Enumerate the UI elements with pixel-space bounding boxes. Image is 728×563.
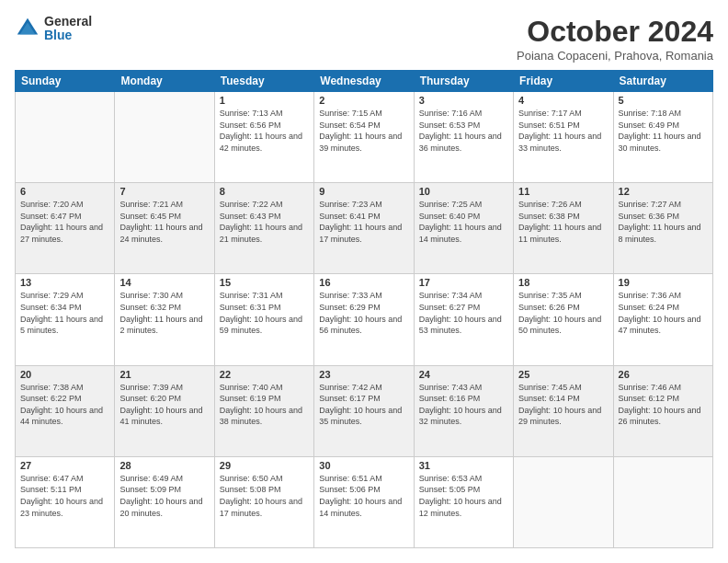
calendar-week-row: 27Sunrise: 6:47 AM Sunset: 5:11 PM Dayli… (16, 456, 713, 547)
day-number: 6 (20, 186, 109, 197)
day-number: 5 (619, 95, 708, 106)
logo-general-text: General (44, 15, 92, 29)
table-row: 11Sunrise: 7:26 AM Sunset: 6:38 PM Dayli… (514, 183, 613, 274)
day-number: 31 (419, 460, 508, 471)
table-row: 22Sunrise: 7:40 AM Sunset: 6:19 PM Dayli… (214, 365, 313, 456)
col-wednesday: Wednesday (314, 71, 414, 92)
day-info: Sunrise: 7:23 AM Sunset: 6:41 PM Dayligh… (319, 199, 408, 245)
month-title: October 2024 (517, 15, 713, 49)
day-info: Sunrise: 7:35 AM Sunset: 6:26 PM Dayligh… (518, 290, 608, 336)
table-row: 12Sunrise: 7:27 AM Sunset: 6:36 PM Dayli… (613, 183, 712, 274)
day-info: Sunrise: 7:46 AM Sunset: 6:12 PM Dayligh… (619, 382, 708, 428)
table-row: 4Sunrise: 7:17 AM Sunset: 6:51 PM Daylig… (514, 92, 613, 183)
table-row: 20Sunrise: 7:38 AM Sunset: 6:22 PM Dayli… (16, 365, 115, 456)
col-sunday: Sunday (16, 71, 115, 92)
day-info: Sunrise: 7:33 AM Sunset: 6:29 PM Dayligh… (319, 290, 408, 336)
day-number: 21 (119, 369, 209, 380)
day-info: Sunrise: 7:43 AM Sunset: 6:16 PM Dayligh… (419, 382, 508, 428)
table-row (16, 92, 115, 183)
table-row: 18Sunrise: 7:35 AM Sunset: 6:26 PM Dayli… (514, 274, 613, 365)
day-number: 22 (220, 369, 309, 380)
day-number: 13 (20, 277, 109, 288)
day-info: Sunrise: 7:17 AM Sunset: 6:51 PM Dayligh… (518, 108, 608, 154)
day-info: Sunrise: 7:31 AM Sunset: 6:31 PM Dayligh… (220, 290, 309, 336)
table-row: 5Sunrise: 7:18 AM Sunset: 6:49 PM Daylig… (613, 92, 712, 183)
day-info: Sunrise: 7:20 AM Sunset: 6:47 PM Dayligh… (20, 199, 109, 245)
table-row: 19Sunrise: 7:36 AM Sunset: 6:24 PM Dayli… (613, 274, 712, 365)
table-row: 30Sunrise: 6:51 AM Sunset: 5:06 PM Dayli… (314, 456, 414, 547)
table-row (613, 456, 712, 547)
col-monday: Monday (115, 71, 214, 92)
day-number: 17 (419, 277, 508, 288)
day-number: 9 (319, 186, 408, 197)
logo: General Blue (15, 15, 92, 43)
table-row: 14Sunrise: 7:30 AM Sunset: 6:32 PM Dayli… (115, 274, 214, 365)
header: General Blue October 2024 Poiana Copacen… (15, 15, 713, 63)
day-number: 23 (319, 369, 408, 380)
day-info: Sunrise: 7:29 AM Sunset: 6:34 PM Dayligh… (20, 290, 109, 336)
table-row: 17Sunrise: 7:34 AM Sunset: 6:27 PM Dayli… (414, 274, 513, 365)
day-info: Sunrise: 6:51 AM Sunset: 5:06 PM Dayligh… (319, 473, 408, 519)
day-number: 8 (220, 186, 309, 197)
title-area: October 2024 Poiana Copaceni, Prahova, R… (517, 15, 713, 63)
day-number: 12 (619, 186, 708, 197)
table-row: 13Sunrise: 7:29 AM Sunset: 6:34 PM Dayli… (16, 274, 115, 365)
col-thursday: Thursday (414, 71, 513, 92)
table-row: 23Sunrise: 7:42 AM Sunset: 6:17 PM Dayli… (314, 365, 414, 456)
day-info: Sunrise: 6:49 AM Sunset: 5:09 PM Dayligh… (119, 473, 209, 519)
col-friday: Friday (514, 71, 613, 92)
day-number: 10 (419, 186, 508, 197)
col-tuesday: Tuesday (214, 71, 313, 92)
day-info: Sunrise: 7:16 AM Sunset: 6:53 PM Dayligh… (419, 108, 508, 154)
day-info: Sunrise: 7:39 AM Sunset: 6:20 PM Dayligh… (119, 382, 209, 428)
day-number: 20 (20, 369, 109, 380)
table-row (514, 456, 613, 547)
table-row: 15Sunrise: 7:31 AM Sunset: 6:31 PM Dayli… (214, 274, 313, 365)
table-row: 6Sunrise: 7:20 AM Sunset: 6:47 PM Daylig… (16, 183, 115, 274)
day-info: Sunrise: 7:22 AM Sunset: 6:43 PM Dayligh… (220, 199, 309, 245)
table-row: 24Sunrise: 7:43 AM Sunset: 6:16 PM Dayli… (414, 365, 513, 456)
calendar-header-row: Sunday Monday Tuesday Wednesday Thursday… (16, 71, 713, 92)
location: Poiana Copaceni, Prahova, Romania (517, 49, 713, 63)
table-row: 25Sunrise: 7:45 AM Sunset: 6:14 PM Dayli… (514, 365, 613, 456)
day-info: Sunrise: 7:26 AM Sunset: 6:38 PM Dayligh… (518, 199, 608, 245)
day-number: 11 (518, 186, 608, 197)
table-row: 2Sunrise: 7:15 AM Sunset: 6:54 PM Daylig… (314, 92, 414, 183)
day-info: Sunrise: 7:34 AM Sunset: 6:27 PM Dayligh… (419, 290, 508, 336)
day-info: Sunrise: 7:40 AM Sunset: 6:19 PM Dayligh… (220, 382, 309, 428)
day-number: 15 (220, 277, 309, 288)
day-number: 29 (220, 460, 309, 471)
day-info: Sunrise: 6:53 AM Sunset: 5:05 PM Dayligh… (419, 473, 508, 519)
day-number: 25 (518, 369, 608, 380)
day-info: Sunrise: 7:42 AM Sunset: 6:17 PM Dayligh… (319, 382, 408, 428)
calendar-week-row: 6Sunrise: 7:20 AM Sunset: 6:47 PM Daylig… (16, 183, 713, 274)
table-row: 28Sunrise: 6:49 AM Sunset: 5:09 PM Dayli… (115, 456, 214, 547)
table-row: 7Sunrise: 7:21 AM Sunset: 6:45 PM Daylig… (115, 183, 214, 274)
table-row: 29Sunrise: 6:50 AM Sunset: 5:08 PM Dayli… (214, 456, 313, 547)
calendar-table: Sunday Monday Tuesday Wednesday Thursday… (15, 70, 713, 548)
day-number: 2 (319, 95, 408, 106)
table-row: 16Sunrise: 7:33 AM Sunset: 6:29 PM Dayli… (314, 274, 414, 365)
day-info: Sunrise: 7:38 AM Sunset: 6:22 PM Dayligh… (20, 382, 109, 428)
day-info: Sunrise: 7:36 AM Sunset: 6:24 PM Dayligh… (619, 290, 708, 336)
day-info: Sunrise: 7:27 AM Sunset: 6:36 PM Dayligh… (619, 199, 708, 245)
day-info: Sunrise: 7:21 AM Sunset: 6:45 PM Dayligh… (119, 199, 209, 245)
day-number: 30 (319, 460, 408, 471)
day-number: 19 (619, 277, 708, 288)
table-row: 8Sunrise: 7:22 AM Sunset: 6:43 PM Daylig… (214, 183, 313, 274)
day-number: 3 (419, 95, 508, 106)
day-number: 27 (20, 460, 109, 471)
logo-icon (15, 16, 40, 41)
table-row: 1Sunrise: 7:13 AM Sunset: 6:56 PM Daylig… (214, 92, 313, 183)
day-info: Sunrise: 7:13 AM Sunset: 6:56 PM Dayligh… (220, 108, 309, 154)
table-row: 31Sunrise: 6:53 AM Sunset: 5:05 PM Dayli… (414, 456, 513, 547)
table-row: 21Sunrise: 7:39 AM Sunset: 6:20 PM Dayli… (115, 365, 214, 456)
day-info: Sunrise: 6:50 AM Sunset: 5:08 PM Dayligh… (220, 473, 309, 519)
day-number: 28 (119, 460, 209, 471)
table-row: 10Sunrise: 7:25 AM Sunset: 6:40 PM Dayli… (414, 183, 513, 274)
day-info: Sunrise: 6:47 AM Sunset: 5:11 PM Dayligh… (20, 473, 109, 519)
calendar-week-row: 13Sunrise: 7:29 AM Sunset: 6:34 PM Dayli… (16, 274, 713, 365)
logo-blue-text: Blue (44, 29, 92, 42)
day-info: Sunrise: 7:45 AM Sunset: 6:14 PM Dayligh… (518, 382, 608, 428)
day-number: 26 (619, 369, 708, 380)
